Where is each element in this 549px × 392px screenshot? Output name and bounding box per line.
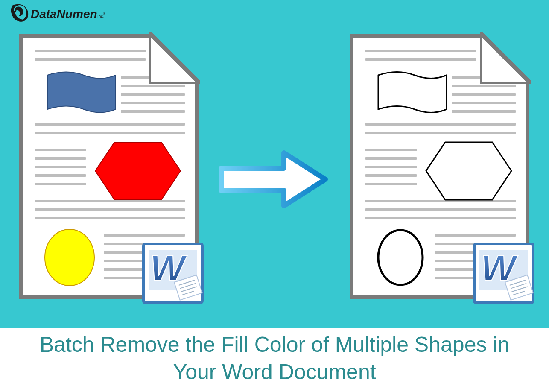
text-line bbox=[121, 110, 185, 113]
text-line bbox=[435, 277, 477, 279]
text-line bbox=[365, 132, 516, 134]
text-line bbox=[365, 149, 417, 151]
svg-point-16 bbox=[378, 230, 423, 285]
text-line bbox=[435, 268, 477, 271]
svg-marker-15 bbox=[426, 142, 511, 200]
text-line bbox=[104, 260, 146, 262]
text-line bbox=[365, 208, 516, 211]
flag-shape-outline bbox=[374, 67, 451, 120]
headline-text: Batch Remove the Fill Color of Multiple … bbox=[0, 331, 549, 386]
text-line bbox=[121, 93, 185, 96]
page-fold-icon bbox=[149, 32, 200, 84]
text-line bbox=[452, 85, 516, 87]
text-line bbox=[35, 217, 185, 219]
text-line bbox=[35, 58, 146, 61]
hexagon-shape-outline bbox=[422, 138, 516, 204]
text-line bbox=[121, 85, 185, 87]
text-line bbox=[121, 102, 185, 104]
svg-text:DataNumen: DataNumen bbox=[31, 7, 97, 20]
page-fold-icon bbox=[480, 32, 531, 84]
word-app-icon: W bbox=[472, 241, 536, 305]
text-line bbox=[35, 50, 146, 52]
text-line bbox=[104, 234, 185, 237]
flag-shape-filled bbox=[43, 67, 120, 120]
text-line bbox=[435, 260, 477, 262]
text-line bbox=[365, 174, 417, 177]
hexagon-shape-filled bbox=[91, 138, 185, 204]
word-app-icon: W bbox=[141, 241, 205, 305]
text-line bbox=[365, 123, 516, 126]
text-line bbox=[365, 50, 476, 52]
text-line bbox=[435, 234, 516, 237]
document-after: W bbox=[350, 34, 529, 299]
text-line bbox=[35, 166, 86, 168]
text-line bbox=[35, 208, 185, 211]
text-line bbox=[35, 132, 185, 134]
text-line bbox=[365, 58, 476, 61]
brand-logo: DataNumen Inc. ® bbox=[8, 2, 106, 26]
document-before: W bbox=[19, 34, 199, 299]
text-line bbox=[104, 277, 146, 279]
text-line bbox=[365, 217, 516, 219]
text-line bbox=[365, 157, 417, 160]
svg-point-4 bbox=[45, 229, 94, 286]
ellipse-shape-filled bbox=[40, 228, 99, 287]
text-line bbox=[452, 102, 516, 104]
svg-marker-3 bbox=[95, 142, 181, 200]
ellipse-shape-outline bbox=[371, 228, 430, 287]
brand-name-text: DataNumen bbox=[31, 7, 97, 20]
text-line bbox=[104, 268, 146, 271]
text-line bbox=[452, 110, 516, 113]
text-line bbox=[452, 93, 516, 96]
text-line bbox=[365, 166, 417, 168]
text-line bbox=[35, 174, 86, 177]
svg-text:®: ® bbox=[103, 12, 105, 15]
text-line bbox=[35, 157, 86, 160]
text-line bbox=[35, 183, 86, 185]
right-arrow-icon bbox=[218, 149, 329, 209]
text-line bbox=[365, 183, 417, 185]
text-line bbox=[35, 123, 185, 126]
text-line bbox=[35, 149, 86, 151]
